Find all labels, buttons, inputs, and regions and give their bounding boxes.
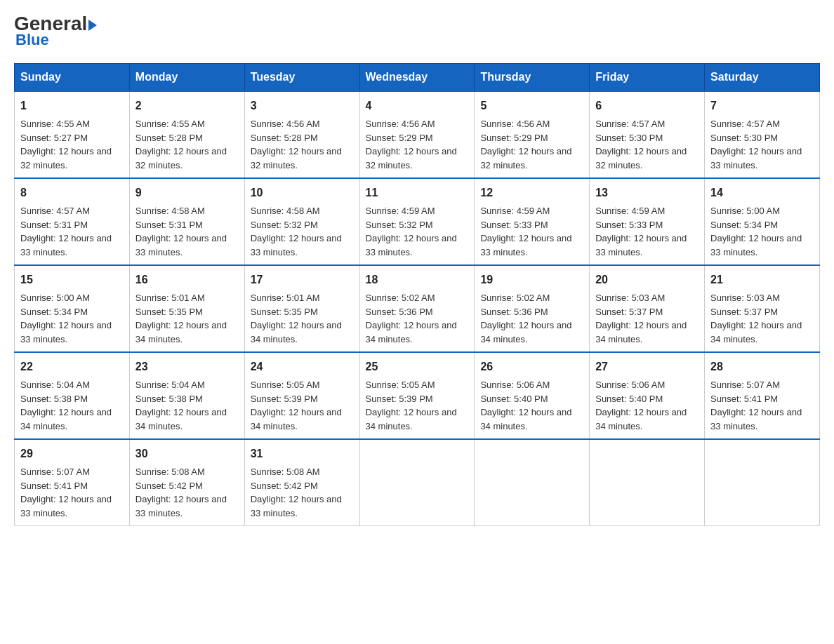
day-number: 6: [595, 98, 699, 114]
calendar-cell: 12 Sunrise: 4:59 AMSunset: 5:33 PMDaylig…: [475, 178, 590, 265]
header-cell-thursday: Thursday: [475, 64, 590, 92]
day-number: 20: [595, 271, 699, 288]
day-info: Sunrise: 5:05 AMSunset: 5:39 PMDaylight:…: [251, 380, 342, 431]
calendar-cell: 2 Sunrise: 4:55 AMSunset: 5:28 PMDayligh…: [129, 91, 244, 178]
calendar-cell: 6 Sunrise: 4:57 AMSunset: 5:30 PMDayligh…: [590, 91, 705, 178]
day-info: Sunrise: 5:02 AMSunset: 5:36 PMDaylight:…: [480, 293, 571, 344]
day-info: Sunrise: 4:55 AMSunset: 5:28 PMDaylight:…: [135, 119, 227, 170]
calendar-cell: 10 Sunrise: 4:58 AMSunset: 5:32 PMDaylig…: [244, 178, 359, 265]
header-cell-monday: Monday: [129, 64, 244, 92]
day-number: 4: [366, 98, 469, 114]
day-number: 18: [366, 271, 469, 288]
day-info: Sunrise: 5:04 AMSunset: 5:38 PMDaylight:…: [20, 380, 112, 431]
day-number: 19: [480, 271, 583, 288]
day-number: 7: [710, 98, 814, 114]
day-number: 12: [480, 185, 583, 201]
calendar-body: 1 Sunrise: 4:55 AMSunset: 5:27 PMDayligh…: [15, 91, 820, 526]
day-info: Sunrise: 4:58 AMSunset: 5:32 PMDaylight:…: [251, 206, 342, 257]
calendar-cell: 8 Sunrise: 4:57 AMSunset: 5:31 PMDayligh…: [15, 178, 130, 265]
day-number: 22: [20, 358, 124, 375]
calendar-cell: 19 Sunrise: 5:02 AMSunset: 5:36 PMDaylig…: [475, 265, 590, 352]
calendar-cell: [705, 439, 820, 526]
calendar-cell: [475, 439, 590, 526]
calendar-cell: 24 Sunrise: 5:05 AMSunset: 5:39 PMDaylig…: [244, 352, 359, 439]
day-number: 21: [710, 271, 814, 288]
calendar-cell: 3 Sunrise: 4:56 AMSunset: 5:28 PMDayligh…: [244, 91, 359, 178]
day-number: 31: [251, 445, 354, 462]
day-number: 28: [710, 358, 814, 375]
logo-line2: Blue: [14, 31, 49, 49]
day-info: Sunrise: 4:55 AMSunset: 5:27 PMDaylight:…: [20, 119, 112, 170]
day-number: 24: [251, 358, 354, 375]
calendar-cell: 11 Sunrise: 4:59 AMSunset: 5:32 PMDaylig…: [359, 178, 475, 265]
calendar-cell: 28 Sunrise: 5:07 AMSunset: 5:41 PMDaylig…: [705, 352, 820, 439]
day-info: Sunrise: 5:06 AMSunset: 5:40 PMDaylight:…: [480, 380, 571, 431]
day-info: Sunrise: 5:05 AMSunset: 5:39 PMDaylight:…: [366, 380, 457, 431]
day-number: 26: [480, 358, 583, 375]
day-number: 15: [20, 271, 124, 288]
calendar-cell: 15 Sunrise: 5:00 AMSunset: 5:34 PMDaylig…: [15, 265, 130, 352]
calendar-cell: 18 Sunrise: 5:02 AMSunset: 5:36 PMDaylig…: [359, 265, 475, 352]
calendar-table: SundayMondayTuesdayWednesdayThursdayFrid…: [14, 63, 820, 526]
calendar-cell: 20 Sunrise: 5:03 AMSunset: 5:37 PMDaylig…: [590, 265, 705, 352]
day-number: 1: [20, 98, 124, 114]
calendar-cell: 30 Sunrise: 5:08 AMSunset: 5:42 PMDaylig…: [129, 439, 244, 526]
header-cell-wednesday: Wednesday: [359, 64, 475, 92]
header-cell-friday: Friday: [590, 64, 705, 92]
day-number: 5: [480, 98, 583, 114]
day-info: Sunrise: 5:01 AMSunset: 5:35 PMDaylight:…: [135, 293, 227, 344]
day-info: Sunrise: 5:02 AMSunset: 5:36 PMDaylight:…: [366, 293, 457, 344]
day-number: 9: [135, 185, 239, 201]
day-info: Sunrise: 5:08 AMSunset: 5:42 PMDaylight:…: [135, 467, 227, 518]
header-cell-saturday: Saturday: [705, 64, 820, 92]
calendar-cell: 9 Sunrise: 4:58 AMSunset: 5:31 PMDayligh…: [129, 178, 244, 265]
day-number: 10: [251, 185, 354, 201]
page-wrapper: General Blue SundayMondayTuesdayWednesda…: [14, 14, 820, 526]
calendar-cell: 31 Sunrise: 5:08 AMSunset: 5:42 PMDaylig…: [244, 439, 359, 526]
calendar-row: 15 Sunrise: 5:00 AMSunset: 5:34 PMDaylig…: [15, 265, 820, 352]
calendar-cell: 25 Sunrise: 5:05 AMSunset: 5:39 PMDaylig…: [359, 352, 475, 439]
logo-area: General Blue: [14, 14, 97, 49]
calendar-cell: 1 Sunrise: 4:55 AMSunset: 5:27 PMDayligh…: [15, 91, 130, 178]
calendar-row: 29 Sunrise: 5:07 AMSunset: 5:41 PMDaylig…: [15, 439, 820, 526]
day-info: Sunrise: 4:58 AMSunset: 5:31 PMDaylight:…: [135, 206, 227, 257]
calendar-row: 8 Sunrise: 4:57 AMSunset: 5:31 PMDayligh…: [15, 178, 820, 265]
day-info: Sunrise: 4:59 AMSunset: 5:33 PMDaylight:…: [595, 206, 687, 257]
day-info: Sunrise: 5:08 AMSunset: 5:42 PMDaylight:…: [251, 467, 342, 518]
day-number: 29: [20, 445, 124, 462]
day-number: 16: [135, 271, 239, 288]
day-info: Sunrise: 5:07 AMSunset: 5:41 PMDaylight:…: [20, 467, 112, 518]
calendar-cell: 26 Sunrise: 5:06 AMSunset: 5:40 PMDaylig…: [475, 352, 590, 439]
day-number: 25: [366, 358, 469, 375]
calendar-cell: 7 Sunrise: 4:57 AMSunset: 5:30 PMDayligh…: [705, 91, 820, 178]
calendar-cell: 16 Sunrise: 5:01 AMSunset: 5:35 PMDaylig…: [129, 265, 244, 352]
calendar-cell: 22 Sunrise: 5:04 AMSunset: 5:38 PMDaylig…: [15, 352, 130, 439]
day-info: Sunrise: 5:00 AMSunset: 5:34 PMDaylight:…: [20, 293, 112, 344]
header: General Blue: [14, 14, 820, 49]
day-number: 3: [251, 98, 354, 114]
day-info: Sunrise: 5:03 AMSunset: 5:37 PMDaylight:…: [595, 293, 687, 344]
day-number: 27: [595, 358, 699, 375]
header-cell-sunday: Sunday: [15, 64, 130, 92]
logo-arrow-icon: [88, 20, 97, 31]
day-number: 8: [20, 185, 124, 201]
day-info: Sunrise: 4:57 AMSunset: 5:31 PMDaylight:…: [20, 206, 112, 257]
calendar-row: 22 Sunrise: 5:04 AMSunset: 5:38 PMDaylig…: [15, 352, 820, 439]
calendar-cell: 23 Sunrise: 5:04 AMSunset: 5:38 PMDaylig…: [129, 352, 244, 439]
calendar-cell: 27 Sunrise: 5:06 AMSunset: 5:40 PMDaylig…: [590, 352, 705, 439]
day-info: Sunrise: 5:01 AMSunset: 5:35 PMDaylight:…: [251, 293, 342, 344]
header-cell-tuesday: Tuesday: [244, 64, 359, 92]
calendar-header: SundayMondayTuesdayWednesdayThursdayFrid…: [15, 64, 820, 92]
calendar-cell: 29 Sunrise: 5:07 AMSunset: 5:41 PMDaylig…: [15, 439, 130, 526]
day-info: Sunrise: 4:59 AMSunset: 5:33 PMDaylight:…: [480, 206, 571, 257]
day-info: Sunrise: 4:56 AMSunset: 5:29 PMDaylight:…: [480, 119, 571, 170]
day-info: Sunrise: 5:07 AMSunset: 5:41 PMDaylight:…: [710, 380, 802, 431]
day-number: 23: [135, 358, 239, 375]
calendar-cell: 21 Sunrise: 5:03 AMSunset: 5:37 PMDaylig…: [705, 265, 820, 352]
day-info: Sunrise: 4:56 AMSunset: 5:29 PMDaylight:…: [366, 119, 457, 170]
header-row: SundayMondayTuesdayWednesdayThursdayFrid…: [15, 64, 820, 92]
day-info: Sunrise: 4:59 AMSunset: 5:32 PMDaylight:…: [366, 206, 457, 257]
day-info: Sunrise: 5:00 AMSunset: 5:34 PMDaylight:…: [710, 206, 802, 257]
day-number: 14: [710, 185, 814, 201]
calendar-cell: 17 Sunrise: 5:01 AMSunset: 5:35 PMDaylig…: [244, 265, 359, 352]
